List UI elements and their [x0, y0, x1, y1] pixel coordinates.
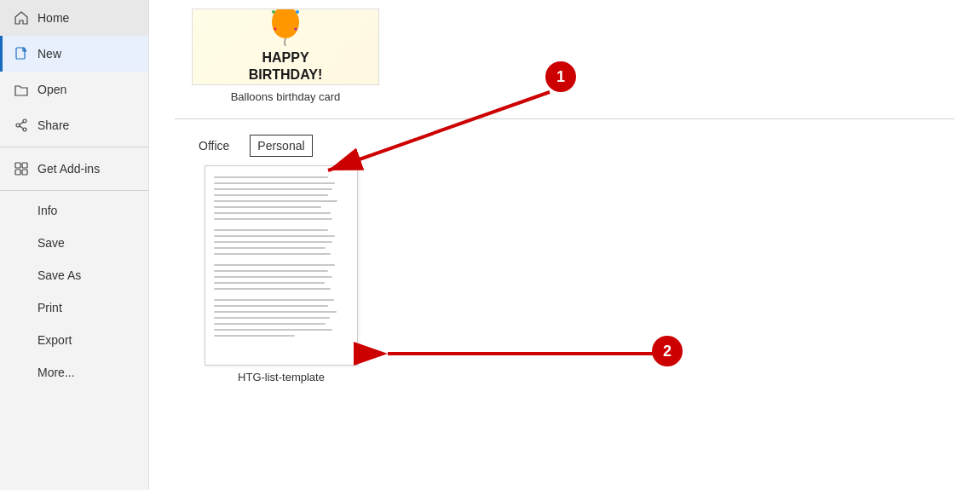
tab-row: Office Personal — [175, 128, 954, 165]
sidebar-item-export-label: Export — [37, 333, 72, 347]
sidebar-item-home-label: Home — [37, 11, 69, 25]
svg-point-16 — [272, 10, 275, 14]
sidebar-item-more[interactable]: More... — [0, 356, 148, 389]
share-icon — [14, 118, 29, 133]
sidebar-item-open-label: Open — [37, 83, 66, 96]
birthday-text: HAPPYBIRTHDAY! — [249, 49, 323, 82]
sidebar-item-save[interactable]: Save — [0, 227, 148, 259]
htg-template-thumbnail — [205, 165, 358, 366]
svg-rect-9 — [22, 170, 27, 175]
sidebar: Home New Open — [0, 0, 149, 490]
birthday-card-label: Balloons birthday card — [231, 90, 341, 103]
birthday-card-thumbnail[interactable]: HAPPYBIRTHDAY! — [192, 9, 379, 85]
htg-template-card[interactable]: HTG-list-template — [205, 165, 358, 383]
svg-point-19 — [295, 28, 297, 31]
svg-line-4 — [20, 123, 23, 125]
sidebar-item-print-label: Print — [37, 301, 62, 314]
svg-line-5 — [20, 126, 23, 129]
templates-section: HAPPYBIRTHDAY! Balloons birthday card Of… — [175, 0, 954, 383]
sidebar-item-home[interactable]: Home — [0, 0, 148, 36]
sidebar-item-info[interactable]: Info — [0, 194, 148, 227]
tab-personal[interactable]: Personal — [250, 135, 312, 157]
svg-point-2 — [16, 124, 20, 127]
tab-office[interactable]: Office — [192, 135, 236, 156]
annotation-2: 2 — [652, 336, 683, 366]
sidebar-item-save-as[interactable]: Save As — [0, 259, 148, 291]
sidebar-item-new[interactable]: New — [0, 36, 148, 72]
svg-rect-6 — [15, 163, 20, 168]
svg-point-18 — [274, 28, 277, 31]
addins-icon — [14, 161, 29, 176]
sidebar-item-more-label: More... — [37, 366, 75, 379]
svg-point-17 — [296, 10, 299, 14]
htg-template-label: HTG-list-template — [238, 371, 325, 383]
sidebar-item-export[interactable]: Export — [0, 324, 148, 356]
svg-rect-8 — [15, 170, 20, 175]
annotation-1: 1 — [545, 61, 576, 92]
svg-point-14 — [272, 9, 299, 38]
sidebar-divider-1 — [0, 147, 148, 147]
sidebar-item-addins-label: Get Add-ins — [37, 162, 100, 176]
sidebar-item-save-label: Save — [37, 236, 65, 250]
open-icon — [14, 82, 29, 97]
sidebar-item-new-label: New — [37, 47, 61, 61]
sidebar-item-save-as-label: Save As — [37, 268, 81, 282]
section-divider — [175, 118, 954, 119]
templates-row: HTG-list-template — [175, 165, 954, 383]
svg-point-1 — [23, 119, 26, 123]
sidebar-item-print[interactable]: Print — [0, 291, 148, 324]
svg-point-3 — [23, 128, 26, 131]
new-doc-icon — [14, 46, 29, 61]
sidebar-item-info-label: Info — [37, 204, 57, 217]
sidebar-item-open[interactable]: Open — [0, 72, 148, 107]
svg-rect-7 — [22, 163, 27, 168]
sidebar-item-addins[interactable]: Get Add-ins — [0, 151, 148, 187]
sidebar-item-share-label: Share — [37, 118, 69, 132]
main-content: 1 2 — [149, 0, 980, 490]
sidebar-divider-2 — [0, 190, 148, 191]
sidebar-item-share[interactable]: Share — [0, 107, 148, 143]
home-icon — [14, 10, 29, 26]
